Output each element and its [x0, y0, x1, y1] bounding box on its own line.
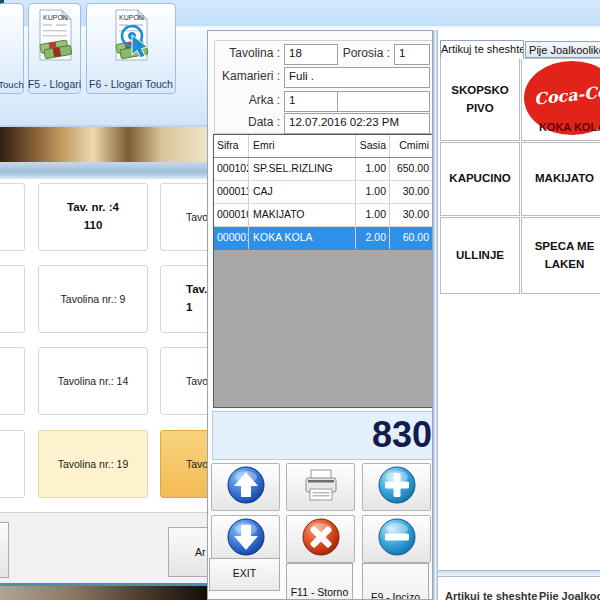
product-label: KOKA KOLA — [524, 119, 600, 136]
remove-item-button[interactable] — [362, 515, 431, 563]
svg-text:KUPON: KUPON — [119, 14, 144, 21]
header-sasia[interactable]: Sasia — [356, 135, 390, 157]
plus-icon — [377, 465, 417, 509]
move-down-button[interactable] — [211, 515, 280, 563]
cell-sasia: 1.00 — [356, 158, 390, 180]
header-sifra[interactable]: Sifra — [214, 135, 249, 157]
catalog-divider — [438, 570, 600, 577]
table-button-label: Tavoli — [186, 373, 207, 389]
cell-cmimi: 30.00 — [390, 181, 432, 203]
ribbon-button-f5-llogari[interactable]: KUPON F5 - Llogari — [28, 3, 81, 94]
table-button-sublabel: 110 — [84, 217, 103, 235]
cell-sifra: 000001 — [214, 227, 249, 249]
product-button-makijato[interactable]: MAKIJATO — [521, 142, 600, 216]
table-button-sublabel: 1 — [186, 299, 192, 317]
cell-sasia: 1.00 — [356, 181, 390, 203]
background-photo-band — [0, 127, 207, 162]
table-row-selected[interactable]: 000001 KOKA KOLA 2.00 60.00 — [214, 227, 433, 250]
product-button-ullinje[interactable]: ULLINJE — [440, 217, 520, 294]
blue-divider-strip — [0, 162, 207, 180]
tab-pije-joalkoolike[interactable]: Pije Joalkoolike — [525, 41, 600, 58]
ribbon-button-label: Touch — [0, 79, 24, 93]
table-button-label: Tav. nr. :4 — [67, 199, 119, 217]
background-photo-bottom — [0, 586, 207, 600]
table-row[interactable]: 000010 MAKIJATO 1.00 30.00 — [214, 204, 433, 227]
f11-storno-label: F11 - Storno — [287, 585, 352, 600]
table-button-label: Tavoli — [186, 456, 207, 472]
table-button-label: Tav. — [186, 281, 207, 299]
product-button-kapucino[interactable]: KAPUCINO — [440, 142, 520, 216]
table-row[interactable]: 000102 SP.SEL.RIZLING 1.00 650.00 — [214, 158, 433, 181]
svg-text:KUPON: KUPON — [43, 14, 68, 21]
cell-sasia: 1.00 — [356, 204, 390, 226]
table-button-4[interactable]: Tav. nr. :4 110 — [38, 183, 148, 251]
table-button-19[interactable]: Tavolina nr.: 19 — [38, 430, 148, 498]
table-row[interactable]: 000011 CAJ 1.00 30.00 — [214, 181, 433, 204]
table-button[interactable]: Tavoli — [160, 430, 207, 498]
print-button[interactable] — [286, 463, 355, 511]
table-button-label: Tavol — [186, 209, 207, 225]
arka-field[interactable]: 1 — [284, 91, 338, 112]
order-total: 830 — [212, 411, 433, 460]
f11-storno-button[interactable]: F11 - Storno Incizo — [286, 563, 353, 600]
table-button[interactable]: Tav. 1 — [160, 265, 207, 333]
cell-cmimi: 60.00 — [390, 227, 432, 249]
porosia-label: Porosia : — [336, 44, 390, 62]
add-item-button[interactable] — [362, 463, 431, 511]
kamarieri-label: Kamarieri : — [208, 67, 280, 85]
artikujt-button-label: Ar — [195, 546, 206, 558]
table-button[interactable] — [0, 347, 25, 415]
ribbon-button-f6-llogari-touch[interactable]: KUPON F6 - Llogari Touch — [86, 3, 176, 94]
tables-grid-panel: Tav. nr. :4 110 Tavol Tavolina nr.: 9 Ta… — [0, 180, 207, 512]
table-button-label: Tavolina nr.: 19 — [58, 456, 129, 472]
f9-incizo-button[interactable]: F9 - Incizo — [362, 563, 429, 600]
up-arrow-icon — [226, 465, 266, 509]
cell-sifra: 000011 — [214, 181, 249, 203]
kupon-money-icon: KUPON — [35, 8, 75, 68]
printer-icon — [301, 465, 341, 509]
table-button[interactable] — [0, 183, 25, 251]
cancel-x-icon — [301, 517, 341, 561]
coca-cola-logo: Coca-Cola KOKA KOLA — [524, 61, 600, 135]
data-field[interactable]: 12.07.2016 02:23 PM — [284, 113, 430, 134]
tavolina-field[interactable]: 18 — [284, 44, 338, 65]
cell-cmimi: 30.00 — [390, 204, 432, 226]
table-button[interactable] — [0, 265, 25, 333]
coca-cola-script-text: Coca-Cola — [528, 78, 600, 112]
product-button-koka-kola[interactable]: Coca-Cola KOKA KOLA — [521, 58, 600, 141]
toolbar-button-partial[interactable] — [0, 522, 9, 578]
table-button[interactable] — [0, 430, 25, 498]
cell-emri: MAKIJATO — [249, 204, 356, 226]
table-button-label: Tavolina nr.: 14 — [58, 373, 129, 389]
cell-cmimi: 650.00 — [390, 158, 432, 180]
cancel-button[interactable] — [286, 515, 355, 563]
f9-incizo-label: F9 - Incizo — [363, 591, 428, 600]
table-button-14[interactable]: Tavolina nr.: 14 — [38, 347, 148, 415]
cell-emri: CAJ — [249, 181, 356, 203]
table-button[interactable]: Tavol — [160, 183, 207, 251]
order-panel: Tavolina : 18 Porosia : 1 Kamarieri : Fu… — [207, 30, 433, 600]
ribbon-button-label: F6 - Llogari Touch — [89, 78, 173, 93]
table-button-label: Tavolina nr.: 9 — [61, 291, 126, 307]
tab-artikuj-te-sheshte[interactable]: Artikuj te sheshte — [440, 40, 524, 59]
kupon-touch-icon: KUPON — [111, 8, 151, 68]
bottom-tab-pije[interactable]: Pije Joalkoolike — [539, 590, 600, 600]
porosia-field[interactable]: 1 — [394, 44, 430, 65]
minus-icon — [377, 517, 417, 561]
ribbon-button-partial[interactable]: Touch — [0, 3, 24, 94]
product-button-skopsko-pivo[interactable]: SKOPSKO PIVO — [440, 58, 520, 141]
down-arrow-icon — [226, 517, 266, 561]
table-button[interactable]: Tavoli — [160, 347, 207, 415]
arka-label: Arka : — [208, 91, 280, 109]
exit-button[interactable]: EXIT — [209, 558, 280, 591]
table-button-9[interactable]: Tavolina nr.: 9 — [38, 265, 148, 333]
bottom-tab-artikuj[interactable]: Artikuj te sheshte — [445, 590, 537, 600]
header-cmimi[interactable]: Cmimi — [390, 135, 432, 157]
cell-emri: KOKA KOLA — [249, 227, 356, 249]
header-emri[interactable]: Emri — [249, 135, 356, 157]
product-button-speca-me-laken[interactable]: SPECA ME LAKEN — [521, 217, 600, 294]
arka-secondary-field[interactable] — [337, 91, 430, 112]
kamarieri-field[interactable]: Fuli . — [284, 67, 430, 88]
move-up-button[interactable] — [211, 463, 280, 511]
tavolina-label: Tavolina : — [208, 44, 280, 62]
